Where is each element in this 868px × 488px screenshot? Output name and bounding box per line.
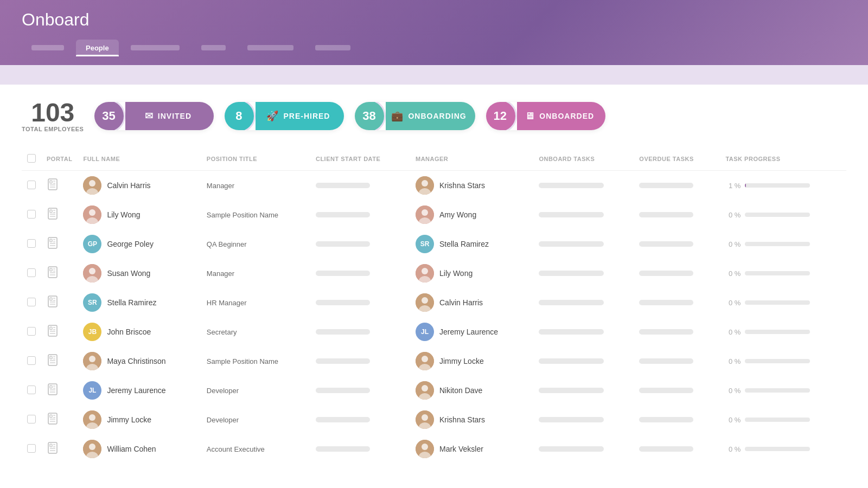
- row-checkbox[interactable]: [27, 298, 36, 306]
- row-startdate-cell: [310, 317, 410, 346]
- manager-name[interactable]: Krishna Stars: [439, 415, 485, 424]
- row-progress-cell: 0 %: [720, 434, 846, 464]
- manager-name[interactable]: Nikiton Dave: [439, 386, 482, 395]
- manager-name[interactable]: Amy Wong: [439, 210, 476, 219]
- row-overdue-tasks-cell: [634, 171, 720, 200]
- svg-point-97: [89, 444, 95, 450]
- row-portal-cell: [41, 259, 78, 288]
- employee-name[interactable]: William Cohen: [107, 445, 156, 453]
- row-checkbox[interactable]: [27, 386, 36, 394]
- employee-name[interactable]: Calvin Harris: [107, 181, 150, 190]
- position-title: Account Executive: [207, 445, 265, 453]
- row-overdue-tasks-cell: [634, 229, 720, 259]
- svg-rect-60: [53, 358, 55, 359]
- position-title: Developer: [207, 387, 239, 395]
- start-date-placeholder: [316, 329, 370, 335]
- nav-tab-placeholder-4[interactable]: [238, 40, 303, 56]
- stat-card-prehired[interactable]: 8 🚀 PRE-HIRED: [225, 102, 344, 130]
- employee-name[interactable]: John Briscoe: [107, 328, 151, 336]
- row-onboard-tasks-cell: [533, 229, 634, 259]
- row-checkbox[interactable]: [27, 210, 36, 219]
- employee-name[interactable]: Lily Wong: [107, 210, 140, 219]
- row-startdate-cell: [310, 405, 410, 434]
- svg-rect-81: [53, 417, 55, 418]
- row-overdue-tasks-cell: [634, 259, 720, 288]
- employee-name[interactable]: Jeremy Laurence: [107, 386, 165, 395]
- employee-name[interactable]: Susan Wong: [107, 269, 150, 278]
- nav-tab-placeholder-2[interactable]: [121, 40, 189, 56]
- manager-name[interactable]: Krishna Stars: [439, 181, 485, 190]
- employees-table-container: PORTAL FULL NAME POSITION TITLE CLIENT S…: [22, 150, 846, 464]
- row-progress-cell: 0 %: [720, 229, 846, 259]
- row-portal-cell: [41, 405, 78, 434]
- row-position-cell: Sample Position Name: [201, 346, 310, 376]
- svg-point-19: [89, 209, 95, 216]
- nav-tab-placeholder-1[interactable]: [22, 40, 74, 56]
- nav-tab-people[interactable]: People: [76, 40, 119, 56]
- row-checkbox[interactable]: [27, 268, 36, 277]
- select-all-checkbox[interactable]: [27, 154, 36, 163]
- row-position-cell: Manager: [201, 259, 310, 288]
- stat-card-onboarded[interactable]: 12 🖥 ONBOARDED: [486, 102, 605, 130]
- svg-point-10: [422, 180, 428, 187]
- col-startdate: CLIENT START DATE: [310, 150, 410, 171]
- stat-card-onboarding[interactable]: 38 💼 ONBOARDING: [355, 102, 475, 130]
- position-title: Manager: [207, 269, 234, 278]
- svg-point-7: [89, 180, 95, 187]
- stats-row: 103 TOTAL EMPLOYEES 35 ✉ INVITED 8 🚀 PRE…: [22, 100, 846, 132]
- table-row: Lily Wong Sample Position Name Amy Wong: [22, 200, 846, 229]
- overdue-tasks-placeholder: [639, 271, 693, 276]
- start-date-placeholder: [316, 241, 370, 247]
- table-row: SR Stella Ramirez HR Manager Calvin Harr…: [22, 288, 846, 317]
- row-checkbox[interactable]: [27, 239, 36, 248]
- svg-rect-59: [53, 356, 55, 357]
- row-position-cell: Developer: [201, 376, 310, 405]
- svg-rect-32: [53, 268, 55, 269]
- onboarding-badge: 38: [355, 102, 386, 130]
- employee-name[interactable]: Stella Ramirez: [107, 298, 156, 307]
- employee-name[interactable]: Jimmy Locke: [107, 415, 151, 424]
- manager-name[interactable]: Mark Veksler: [439, 445, 483, 453]
- row-manager-cell: Lily Wong: [410, 259, 533, 288]
- row-checkbox[interactable]: [27, 444, 36, 453]
- invited-icon: ✉: [145, 110, 154, 122]
- onboard-tasks-placeholder: [539, 446, 604, 452]
- svg-point-49: [422, 297, 428, 304]
- table-row: Calvin Harris Manager Krishna Stars: [22, 171, 846, 200]
- manager-name[interactable]: Calvin Harris: [439, 298, 483, 307]
- manager-name[interactable]: Lily Wong: [439, 269, 473, 278]
- svg-rect-74: [50, 391, 55, 393]
- row-checkbox[interactable]: [27, 356, 36, 365]
- row-checkbox[interactable]: [27, 415, 36, 423]
- progress-bar-fill: [745, 183, 745, 188]
- svg-rect-13: [50, 210, 52, 213]
- table-row: Susan Wong Manager Lily Wong: [22, 259, 846, 288]
- row-startdate-cell: [310, 229, 410, 259]
- manager-name[interactable]: Jimmy Locke: [439, 357, 484, 365]
- row-position-cell: Secretary: [201, 317, 310, 346]
- col-overdue-tasks: OVERDUE TASKS: [634, 150, 720, 171]
- svg-rect-31: [50, 268, 52, 271]
- row-checkbox[interactable]: [27, 181, 36, 189]
- progress-bar: [745, 447, 810, 451]
- start-date-placeholder: [316, 212, 370, 217]
- row-checkbox-cell: [22, 346, 41, 376]
- nav-tab-placeholder-3[interactable]: [192, 40, 235, 56]
- row-onboard-tasks-cell: [533, 434, 634, 464]
- manager-name[interactable]: Stella Ramirez: [439, 240, 489, 248]
- stat-card-invited[interactable]: 35 ✉ INVITED: [94, 102, 214, 130]
- employee-name[interactable]: Maya Christinson: [107, 357, 165, 365]
- sub-header: [0, 65, 868, 85]
- total-employees-label: TOTAL EMPLOYEES: [22, 126, 84, 132]
- employee-name[interactable]: George Poley: [107, 240, 154, 248]
- row-startdate-cell: [310, 259, 410, 288]
- row-checkbox[interactable]: [27, 327, 36, 336]
- table-row: JL Jeremy Laurence Developer Nikiton Dav…: [22, 376, 846, 405]
- overdue-tasks-placeholder: [639, 417, 693, 422]
- portal-icon: [47, 299, 59, 310]
- svg-rect-26: [53, 239, 55, 240]
- manager-name[interactable]: Jeremy Laurence: [439, 328, 498, 336]
- onboarding-label: ONBOARDING: [408, 112, 466, 120]
- nav-tab-placeholder-5[interactable]: [305, 40, 360, 56]
- position-title: Developer: [207, 416, 239, 424]
